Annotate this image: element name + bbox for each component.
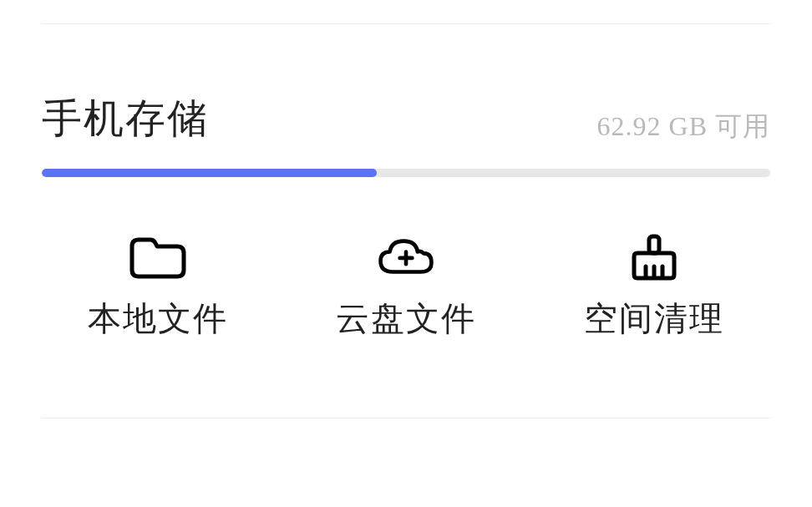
cloud-files-label: 云盘文件 — [336, 296, 476, 342]
storage-title: 手机存储 — [42, 92, 209, 145]
storage-progress — [42, 169, 770, 177]
local-files-label: 本地文件 — [88, 296, 228, 342]
svg-rect-2 — [649, 236, 659, 253]
folder-icon — [128, 234, 188, 281]
cloud-plus-icon — [376, 234, 436, 281]
divider-bottom — [42, 418, 770, 418]
local-files-button[interactable]: 本地文件 — [58, 234, 258, 342]
cloud-files-button[interactable]: 云盘文件 — [306, 234, 506, 342]
cleanup-button[interactable]: 空间清理 — [554, 234, 754, 342]
broom-icon — [624, 234, 684, 281]
storage-available: 62.92 GB 可用 — [597, 109, 770, 145]
actions-row: 本地文件 云盘文件 空间清理 — [33, 234, 779, 342]
storage-section: 手机存储 62.92 GB 可用 — [42, 92, 770, 177]
storage-progress-fill — [42, 169, 377, 177]
storage-header: 手机存储 62.92 GB 可用 — [42, 92, 770, 145]
divider-top — [42, 23, 770, 24]
cleanup-label: 空间清理 — [584, 296, 724, 342]
